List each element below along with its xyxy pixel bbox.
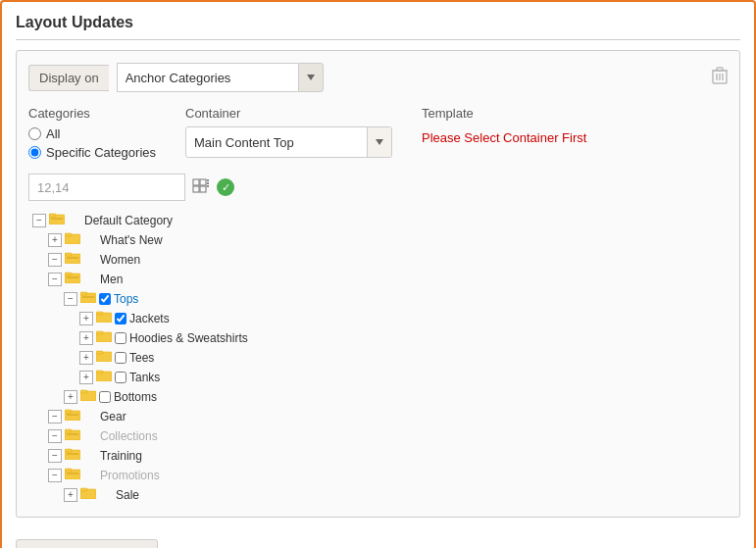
svg-rect-36 (80, 390, 87, 393)
container-input[interactable] (186, 127, 367, 157)
tree-expand-button[interactable]: + (79, 351, 93, 365)
category-input-row: ✓ (28, 174, 728, 201)
tree-item-label: Tanks (129, 369, 160, 386)
tree-item-label: Bottoms (114, 388, 157, 406)
tree-item: − Women (32, 250, 728, 270)
delete-icon[interactable] (712, 67, 728, 88)
folder-icon (65, 251, 80, 269)
tree-expand-button[interactable]: + (64, 390, 77, 404)
tree-checkbox[interactable] (115, 332, 126, 344)
folder-icon (65, 271, 80, 288)
tree-expand-button[interactable]: + (79, 371, 93, 384)
svg-rect-44 (65, 449, 72, 452)
tree-checkbox[interactable] (99, 293, 111, 305)
tree-expand-button[interactable]: + (48, 233, 62, 247)
container-arrow-icon (376, 139, 383, 145)
radio-specific-item: Specific Categories (28, 145, 156, 160)
add-layout-update-button[interactable]: Add Layout Update (16, 539, 158, 548)
tree-expand-button[interactable]: − (48, 253, 62, 267)
svg-rect-30 (96, 331, 103, 334)
svg-rect-32 (96, 351, 103, 354)
tree-expand-button[interactable]: + (79, 312, 93, 325)
category-id-input[interactable] (28, 174, 185, 201)
svg-rect-7 (200, 179, 206, 185)
tree-checkbox[interactable] (115, 372, 126, 383)
tree-expand-button[interactable]: − (48, 469, 62, 482)
tree-item: + Tees (32, 348, 728, 368)
tree-expand-button[interactable]: − (64, 292, 77, 306)
tree-expand-button[interactable]: + (79, 331, 93, 345)
svg-rect-14 (49, 214, 56, 217)
svg-rect-22 (65, 273, 72, 275)
tree-checkbox[interactable] (99, 391, 111, 403)
tree-expand-button[interactable]: − (48, 410, 62, 423)
tree-expand-button[interactable]: − (48, 449, 62, 463)
svg-rect-19 (65, 253, 72, 256)
folder-icon (96, 310, 112, 327)
tree-item: − Promotions (32, 466, 728, 485)
tree-item-label: Tops (114, 290, 138, 308)
tree-item: − Gear (32, 407, 728, 426)
tree-expand-button[interactable]: − (32, 214, 46, 227)
svg-rect-10 (207, 179, 209, 181)
template-group: Template Please Select Container First (422, 106, 586, 145)
tree-item-label: Women (100, 251, 140, 269)
tree-item-label: Tees (129, 349, 154, 367)
tree-item: − Training (32, 446, 728, 466)
page-title: Layout Updates (16, 14, 740, 40)
tree-item: − Tops (32, 289, 728, 309)
tree-item: + Bottoms (32, 387, 728, 407)
svg-rect-41 (65, 429, 72, 432)
tree-item: + Hoodies & Sweatshirts (32, 328, 728, 348)
layout-update-box: Display on (16, 50, 740, 518)
tree-item-label: Promotions (100, 467, 160, 484)
tree-item: − Default Category (32, 211, 728, 230)
tree-checkbox[interactable] (115, 352, 126, 364)
radio-specific-label: Specific Categories (46, 145, 156, 160)
folder-icon (65, 467, 80, 484)
svg-rect-11 (207, 182, 209, 184)
tree-item-label: Jackets (129, 310, 170, 327)
radio-all-input[interactable] (28, 127, 41, 140)
svg-rect-34 (96, 371, 103, 374)
display-on-input[interactable] (117, 63, 298, 92)
tree-item-label: What's New (100, 231, 163, 249)
categories-group: Categories All Specific Categories (28, 106, 156, 160)
display-on-dropdown-button[interactable] (298, 63, 324, 92)
folder-icon (49, 212, 65, 229)
tree-item-label: Men (100, 271, 123, 288)
tree-item-label: Collections (100, 427, 158, 445)
folder-icon (65, 408, 80, 425)
tree-item: + Jackets (32, 309, 728, 328)
outer-container: Layout Updates Display on (0, 0, 756, 548)
folder-icon (65, 447, 80, 465)
folder-icon (96, 329, 112, 347)
container-group: Container (185, 106, 392, 158)
dropdown-arrow-icon (307, 75, 315, 80)
svg-rect-25 (80, 292, 87, 295)
tree-expand-button[interactable]: + (64, 488, 77, 502)
radio-specific-input[interactable] (28, 146, 41, 159)
display-on-label: Display on (28, 65, 109, 91)
tree-item-label: Sale (116, 486, 139, 504)
tree-checkbox[interactable] (115, 313, 126, 324)
folder-icon (80, 388, 96, 406)
svg-rect-6 (193, 179, 199, 185)
svg-rect-9 (200, 186, 206, 192)
container-label: Container (185, 106, 392, 121)
tree-item: − Men (32, 270, 728, 289)
svg-rect-5 (717, 68, 723, 71)
tree-expand-button[interactable]: − (48, 429, 62, 443)
container-dropdown-button[interactable] (367, 127, 391, 157)
tree-expand-button[interactable]: − (48, 273, 62, 286)
tree-item: + Tanks (32, 368, 728, 387)
tree-item-label: Training (100, 447, 142, 465)
svg-rect-28 (96, 312, 103, 315)
tree-item: + What's New (32, 230, 728, 250)
tree-item: + Sale (32, 485, 728, 505)
svg-rect-47 (65, 469, 72, 472)
grid-icon[interactable] (191, 177, 211, 197)
svg-rect-17 (65, 233, 72, 236)
folder-icon (96, 349, 112, 367)
radio-all-label: All (46, 126, 60, 141)
